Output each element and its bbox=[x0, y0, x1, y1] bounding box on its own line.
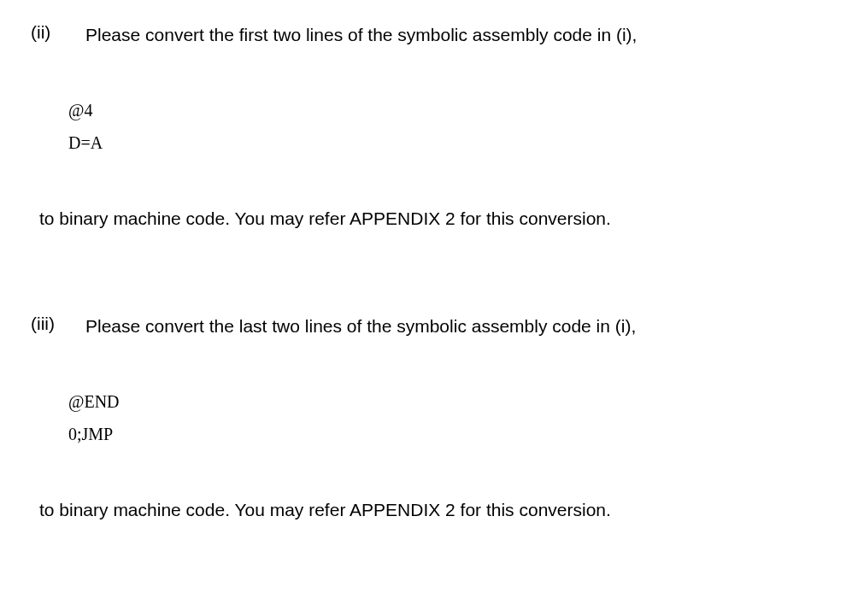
spacer bbox=[31, 232, 821, 314]
code-line: 0;JMP bbox=[68, 418, 821, 450]
question-ii-prompt: Please convert the first two lines of th… bbox=[85, 22, 637, 47]
question-iii-header: (iii) Please convert the last two lines … bbox=[31, 314, 821, 338]
question-ii-code: @4 D=A bbox=[68, 94, 821, 159]
question-iii-continuation: to binary machine code. You may refer AP… bbox=[39, 497, 821, 522]
question-ii-number: (ii) bbox=[31, 22, 85, 43]
question-iii-prompt: Please convert the last two lines of the… bbox=[85, 314, 636, 338]
code-line: @4 bbox=[68, 94, 821, 126]
page-content: (ii) Please convert the first two lines … bbox=[0, 0, 852, 523]
code-line: D=A bbox=[68, 126, 821, 159]
question-iii-code: @END 0;JMP bbox=[68, 385, 821, 450]
question-ii-continuation: to binary machine code. You may refer AP… bbox=[39, 206, 821, 231]
question-iii-number: (iii) bbox=[31, 314, 85, 334]
question-ii-header: (ii) Please convert the first two lines … bbox=[31, 22, 821, 47]
code-line: @END bbox=[68, 385, 821, 418]
